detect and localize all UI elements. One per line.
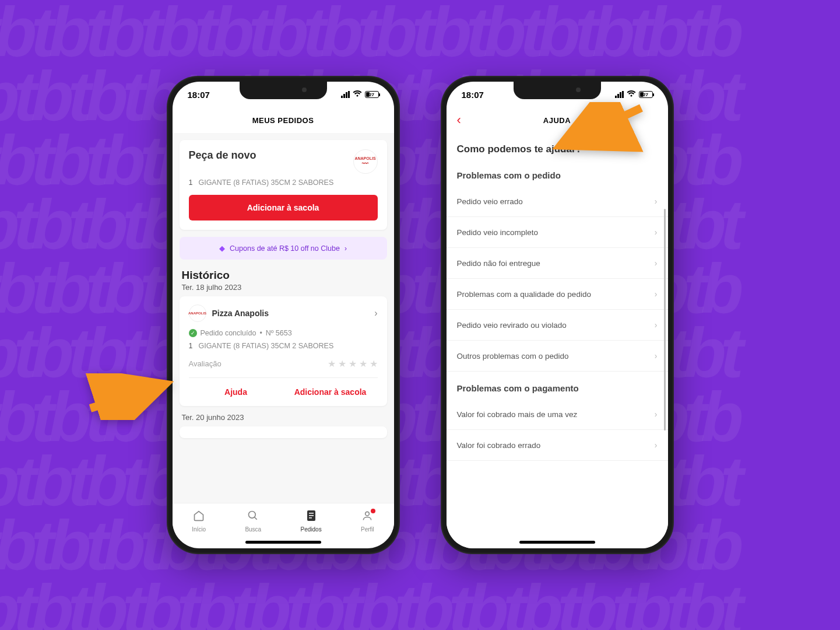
search-icon [247, 510, 259, 524]
check-circle-icon: ✓ [189, 329, 197, 337]
order-card [180, 426, 387, 438]
svg-rect-3 [309, 515, 314, 516]
svg-rect-2 [309, 513, 314, 514]
help-item[interactable]: Valor foi cobrado mais de uma vez› [447, 399, 668, 430]
rating-label: Avaliação [189, 359, 222, 368]
notification-dot-icon [371, 509, 375, 513]
signal-icon [341, 91, 350, 98]
chevron-right-icon: › [655, 197, 658, 206]
order-again-card: Peça de novo ANAPOLIS〰 1 GIGANTE (8 FATI… [180, 140, 387, 230]
star-icon[interactable]: ★ [359, 358, 367, 369]
promo-text: Cupons de até R$ 10 off no Clube [230, 244, 340, 253]
item-quantity: 1 [189, 178, 193, 187]
history-date: Ter. 18 julho 2023 [182, 283, 385, 292]
order-card: ANAPOLIS Pizza Anapolis › ✓ Pedido concl… [180, 296, 387, 406]
add-to-bag-button[interactable]: Adicionar à sacola [283, 378, 378, 406]
chevron-right-icon: › [655, 289, 658, 299]
store-name: Pizza Anapolis [212, 309, 369, 318]
back-button[interactable]: ‹ [457, 113, 462, 128]
receipt-icon [306, 510, 317, 524]
chevron-right-icon: › [345, 244, 347, 253]
star-icon[interactable]: ★ [370, 358, 378, 369]
battery-icon: 27 [365, 91, 379, 98]
order-number: Nº 5653 [266, 329, 292, 337]
star-icon[interactable]: ★ [328, 358, 336, 369]
add-to-bag-button[interactable]: Adicionar à sacola [189, 195, 378, 220]
home-icon [193, 510, 205, 524]
help-item[interactable]: Pedido não foi entregue› [447, 248, 668, 279]
tag-icon: ◆ [219, 244, 225, 253]
phone-frame-left: 18:07 27 MEUS PEDIDOS Peça de novo ANAPO… [167, 76, 400, 554]
status-time: 18:07 [188, 90, 210, 100]
help-item[interactable]: Outros problemas com o pedido› [447, 341, 668, 372]
header-title: MEUS PEDIDOS [252, 116, 314, 125]
chevron-right-icon: › [655, 440, 658, 450]
header-title: AJUDA [543, 116, 571, 125]
item-quantity: 1 [189, 342, 193, 350]
promo-banner[interactable]: ◆ Cupons de até R$ 10 off no Clube › [180, 237, 387, 260]
rating-stars[interactable]: ★ ★ ★ ★ ★ [328, 358, 378, 369]
screen-header: MEUS PEDIDOS [173, 107, 394, 133]
star-icon[interactable]: ★ [338, 358, 346, 369]
order-again-title: Peça de novo [189, 149, 256, 162]
svg-rect-4 [309, 517, 312, 519]
tab-orders[interactable]: Pedidos [301, 510, 322, 533]
help-heading: Como podemos te ajudar? [447, 133, 668, 159]
svg-point-0 [249, 512, 256, 519]
tab-home[interactable]: Início [192, 510, 206, 533]
chevron-right-icon: › [374, 308, 377, 318]
phone-notch [514, 82, 601, 99]
home-indicator[interactable] [519, 541, 595, 544]
wifi-icon [353, 90, 362, 99]
order-status: Pedido concluído [201, 329, 256, 337]
help-item[interactable]: Pedido veio revirado ou violado› [447, 310, 668, 341]
chevron-right-icon: › [655, 258, 658, 268]
help-group-payment: Problemas com o pagamento [447, 372, 668, 399]
tab-search[interactable]: Busca [245, 510, 261, 533]
home-indicator[interactable] [245, 541, 321, 544]
item-name: GIGANTE (8 FATIAS) 35CM 2 SABORES [198, 178, 333, 187]
star-icon[interactable]: ★ [349, 358, 357, 369]
help-item[interactable]: Pedido veio errado› [447, 186, 668, 217]
order-store-row[interactable]: ANAPOLIS Pizza Anapolis › [189, 304, 378, 322]
help-item[interactable]: Pedido veio incompleto› [447, 217, 668, 248]
chevron-right-icon: › [655, 351, 658, 360]
profile-icon [361, 510, 373, 524]
help-item[interactable]: Valor foi cobrado errado› [447, 430, 668, 461]
store-logo-icon: ANAPOLIS〰 [353, 149, 378, 174]
wifi-icon [627, 90, 636, 99]
tab-bar: Início Busca Pedidos [173, 503, 394, 539]
screen-header: ‹ AJUDA [447, 107, 668, 133]
svg-point-5 [365, 512, 370, 516]
chevron-right-icon: › [655, 228, 658, 237]
signal-icon [615, 91, 624, 98]
status-time: 18:07 [462, 90, 484, 100]
tab-profile[interactable]: Perfil [361, 510, 374, 533]
scrollbar[interactable] [664, 209, 666, 430]
help-group-order: Problemas com o pedido [447, 159, 668, 186]
history-heading: Histórico [182, 269, 385, 282]
item-name: GIGANTE (8 FATIAS) 35CM 2 SABORES [198, 342, 333, 350]
phone-notch [240, 82, 327, 99]
help-item[interactable]: Problemas com a qualidade do pedido› [447, 279, 668, 310]
chevron-right-icon: › [655, 410, 658, 419]
help-button[interactable]: Ajuda [189, 378, 283, 406]
phone-frame-right: 18:07 27 ‹ AJUDA Como podemos te ajudar?… [441, 76, 674, 554]
store-logo-icon: ANAPOLIS [189, 304, 206, 322]
history-date: Ter. 20 junho 2023 [182, 413, 385, 422]
battery-icon: 27 [639, 91, 653, 98]
chevron-right-icon: › [655, 320, 658, 330]
